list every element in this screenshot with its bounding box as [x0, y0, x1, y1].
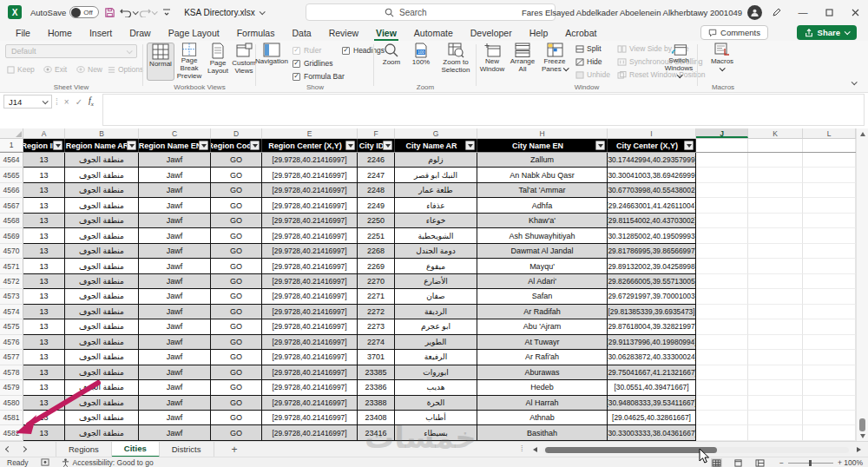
empty-cell[interactable] — [696, 319, 748, 334]
column-header-F[interactable]: F — [358, 128, 395, 138]
zoom-100-button[interactable]: 100 100% — [407, 43, 435, 81]
empty-cell[interactable] — [748, 198, 803, 213]
table-column-header[interactable]: City Name EN — [477, 139, 608, 152]
normal-view-button[interactable]: Normal — [147, 43, 174, 81]
empty-cell[interactable] — [748, 350, 803, 365]
cell[interactable]: 13 — [23, 350, 65, 365]
filter-dropdown-icon[interactable] — [465, 141, 475, 150]
filter-dropdown-icon[interactable] — [595, 141, 605, 150]
empty-cell[interactable] — [748, 411, 803, 425]
cell[interactable]: [30.31285002,40.19509993] — [608, 228, 696, 243]
cell[interactable]: [29.9728,40.21416997] — [262, 153, 358, 168]
ribbon-tab-draw[interactable]: Draw — [121, 24, 160, 41]
cell[interactable]: [29.9728,40.21416997] — [262, 198, 358, 213]
cell[interactable]: [29.04625,40.32861667] — [608, 411, 696, 425]
cell[interactable]: هديب — [395, 380, 477, 395]
empty-cell[interactable] — [696, 380, 748, 395]
cell[interactable]: GO — [211, 183, 262, 198]
cell[interactable]: طلعة عمار — [395, 183, 477, 198]
row-header-4574[interactable]: 4574 — [0, 305, 23, 319]
search-input[interactable]: Search — [306, 3, 556, 21]
cell[interactable]: [29.9728,40.21416997] — [262, 365, 358, 380]
cell[interactable]: 3701 — [358, 350, 395, 365]
cell[interactable]: Jawf — [139, 228, 211, 243]
vertical-scroll-thumb[interactable] — [859, 418, 865, 431]
empty-cell[interactable] — [748, 259, 803, 273]
redo-button[interactable] — [139, 3, 156, 21]
empty-cell[interactable] — [803, 396, 856, 411]
cell[interactable]: 2271 — [358, 289, 395, 304]
empty-cell[interactable] — [803, 350, 856, 365]
row-header-4578[interactable]: 4578 — [0, 365, 23, 380]
empty-cell[interactable] — [748, 335, 803, 350]
empty-cell[interactable] — [803, 198, 856, 213]
cell[interactable]: منطقة الجوف — [65, 259, 139, 273]
empty-cell[interactable] — [748, 244, 803, 259]
cell[interactable]: منطقة الجوف — [65, 365, 139, 380]
cell[interactable]: 2247 — [358, 168, 395, 182]
cell[interactable]: GO — [211, 411, 262, 425]
cell[interactable]: [30.67703998,40.55438002] — [608, 183, 696, 198]
cell[interactable]: منطقة الجوف — [65, 153, 139, 168]
filter-dropdown-icon[interactable] — [345, 141, 355, 150]
row-header-4573[interactable]: 4573 — [0, 289, 23, 304]
empty-cell[interactable] — [696, 183, 748, 198]
cell[interactable]: منطقة الجوف — [65, 289, 139, 304]
row-header-4576[interactable]: 4576 — [0, 335, 23, 350]
cell[interactable]: منطقة الجوف — [65, 168, 139, 182]
cell[interactable]: GO — [211, 198, 262, 213]
cell[interactable]: Al Harrah — [477, 396, 608, 411]
cell[interactable]: GO — [211, 335, 262, 350]
column-header-I[interactable]: I — [608, 128, 696, 138]
ribbon-tab-home[interactable]: Home — [39, 24, 81, 41]
cell[interactable]: Jawf — [139, 365, 211, 380]
empty-cell[interactable] — [696, 274, 748, 289]
cell[interactable]: 13 — [23, 289, 65, 304]
ribbon-tab-data[interactable]: Data — [283, 24, 319, 41]
cell[interactable]: An Nabk Abu Qasr — [477, 168, 608, 182]
cell[interactable]: 13 — [23, 425, 65, 440]
cell[interactable]: 13 — [23, 335, 65, 350]
cell[interactable]: 13 — [23, 365, 65, 380]
cell[interactable]: 2273 — [358, 319, 395, 334]
empty-cell[interactable] — [696, 228, 748, 243]
cell[interactable]: صفان — [395, 289, 477, 304]
column-header-E[interactable]: E — [262, 128, 358, 138]
cell[interactable]: منطقة الجوف — [65, 214, 139, 228]
cell[interactable]: [29.75041667,41.21321667] — [608, 365, 696, 380]
cell[interactable]: 13 — [23, 274, 65, 289]
empty-cell[interactable] — [748, 183, 803, 198]
cell[interactable]: Jawf — [139, 380, 211, 395]
empty-cell[interactable] — [696, 305, 748, 319]
zoom-slider-thumb[interactable] — [809, 460, 812, 466]
collapse-ribbon-button[interactable] — [852, 77, 856, 87]
keep-sheet-view-button[interactable]: Keep — [7, 65, 35, 74]
cell[interactable]: Abu 'Ajram — [477, 319, 608, 334]
row-header-4565[interactable]: 4565 — [0, 168, 23, 182]
cell[interactable]: GO — [211, 319, 262, 334]
cell[interactable]: Jawf — [139, 214, 211, 228]
cell[interactable]: ابو عجرم — [395, 319, 477, 334]
cell[interactable]: Jawf — [139, 244, 211, 259]
scroll-left-icon[interactable] — [533, 447, 537, 452]
empty-cell[interactable] — [803, 168, 856, 182]
split-button[interactable]: Split — [575, 44, 602, 53]
sheet-tab-districts[interactable]: Districts — [160, 442, 214, 457]
column-header-H[interactable]: H — [477, 128, 608, 138]
table-column-header[interactable]: City Center (X,Y) — [608, 139, 696, 152]
empty-cell[interactable] — [748, 153, 803, 168]
cell[interactable]: منطقة الجوف — [65, 411, 139, 425]
page-layout-view-button[interactable]: Page Layout — [204, 43, 232, 81]
cell[interactable]: Aburawas — [477, 365, 608, 380]
cell[interactable]: 13 — [23, 380, 65, 395]
unhide-button[interactable]: Unhide — [575, 70, 610, 79]
ribbon-tab-page-layout[interactable]: Page Layout — [160, 24, 228, 41]
cell[interactable]: Athnab — [477, 411, 608, 425]
cell[interactable]: 13 — [23, 244, 65, 259]
empty-cell[interactable] — [748, 425, 803, 440]
accessibility-status[interactable]: Accessibility: Good to go — [62, 458, 154, 467]
cell[interactable]: [29.81786995,39.86566997] — [608, 244, 696, 259]
cell[interactable]: GO — [211, 168, 262, 182]
status-normal-view-button[interactable] — [711, 458, 722, 467]
cell[interactable]: منطقة الجوف — [65, 425, 139, 440]
